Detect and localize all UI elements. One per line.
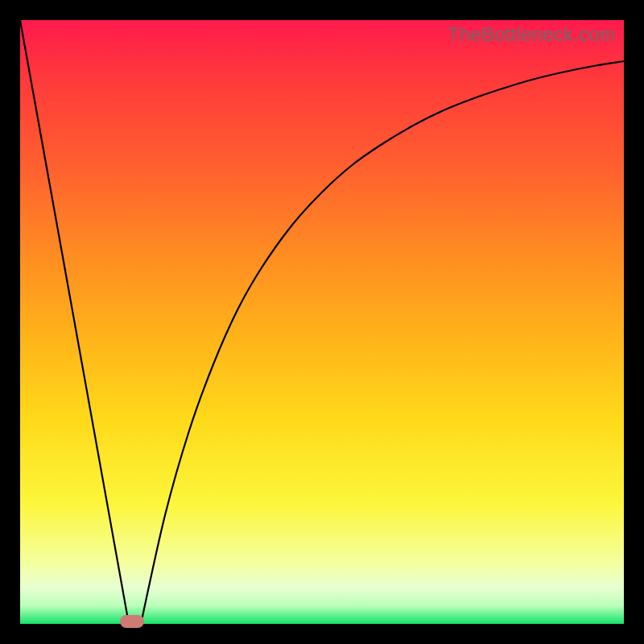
curve-layer <box>20 20 624 624</box>
curve-left-branch <box>20 20 129 624</box>
curve-right-branch <box>141 61 624 624</box>
plot-area: TheBottleneck.com <box>20 20 624 624</box>
chart-frame: TheBottleneck.com <box>0 0 644 644</box>
minimum-marker <box>120 615 144 628</box>
